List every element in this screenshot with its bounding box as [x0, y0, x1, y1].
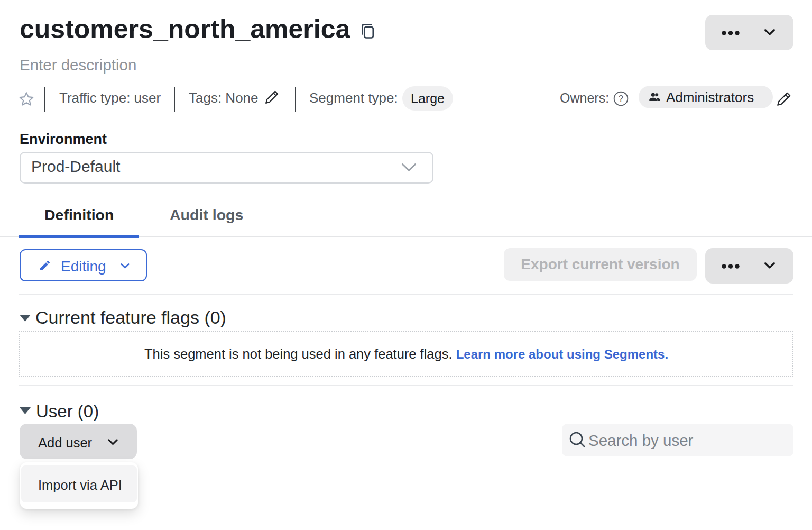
svg-text:?: ? [619, 94, 623, 103]
